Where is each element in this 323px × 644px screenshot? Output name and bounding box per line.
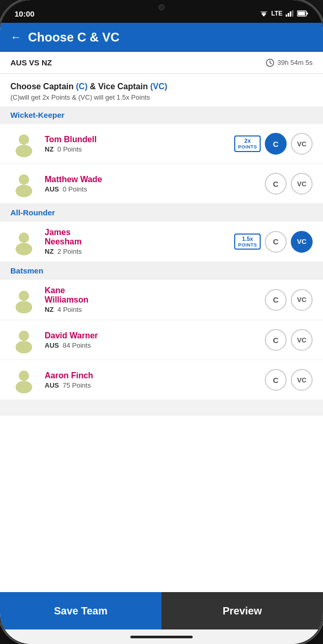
preview-button[interactable]: Preview	[162, 592, 323, 629]
home-indicator	[0, 629, 323, 644]
player-meta-kane-williamson: NZ 4 Points	[45, 306, 258, 313]
status-icons: LTE	[260, 6, 308, 17]
section-header-wicket-keeper: Wicket-Keeper	[0, 106, 323, 124]
section-title-batsmen: Batsmen	[10, 266, 43, 275]
notch	[120, 0, 203, 16]
content-spacer	[0, 400, 323, 416]
section-title-all-rounder: All-Rounder	[10, 208, 55, 217]
vc-button-kane-williamson[interactable]: VC	[291, 289, 313, 311]
svg-point-17	[16, 243, 32, 255]
svg-point-12	[19, 134, 29, 145]
player-name-matthew-wade: Matthew Wade	[45, 175, 258, 184]
player-meta-tom-blundell: NZ 0 Points	[45, 145, 227, 153]
svg-point-16	[19, 232, 29, 243]
avatar-james-neesham	[10, 228, 37, 255]
player-badges-david-warner: C VC	[265, 329, 313, 351]
captain-button-james-neesham[interactable]: C	[265, 231, 287, 253]
player-info-james-neesham: JamesNeesham NZ 2 Points	[45, 228, 227, 255]
player-info-david-warner: David Warner AUS 84 Points	[45, 331, 258, 349]
player-name-james-neesham: JamesNeesham	[45, 228, 227, 246]
vc-button-matthew-wade[interactable]: VC	[291, 173, 313, 195]
vc-button-tom-blundell[interactable]: VC	[291, 133, 313, 155]
svg-point-13	[16, 145, 32, 157]
page-title: Choose C & VC	[28, 30, 119, 45]
player-row-david-warner: David Warner AUS 84 Points C VC	[0, 320, 323, 360]
vc-button-james-neesham[interactable]: VC	[291, 231, 313, 253]
timer-value: 39h 54m 5s	[277, 59, 313, 66]
player-badges-kane-williamson: C VC	[265, 289, 313, 311]
svg-rect-3	[288, 13, 289, 17]
app-header: ← Choose C & VC	[0, 23, 323, 52]
player-meta-james-neesham: NZ 2 Points	[45, 248, 227, 255]
svg-marker-1	[260, 11, 267, 15]
captain-button-david-warner[interactable]: C	[265, 329, 287, 351]
status-time: 10:00	[15, 5, 34, 18]
c-label: (C)	[76, 82, 87, 91]
svg-rect-4	[290, 11, 291, 17]
home-bar	[130, 636, 193, 638]
vc-button-aaron-finch[interactable]: VC	[291, 369, 313, 391]
badge-15x-james-neesham: 1.5x POINTS	[234, 234, 261, 250]
player-row-james-neesham: JamesNeesham NZ 2 Points 1.5x POINTS C V…	[0, 222, 323, 262]
player-meta-aaron-finch: AUS 75 Points	[45, 381, 258, 389]
signal-icon	[286, 10, 294, 17]
player-info-matthew-wade: Matthew Wade AUS 0 Points	[45, 175, 258, 193]
caption-section: Choose Captain (C) & Vice Captain (VC) (…	[0, 74, 323, 106]
avatar-david-warner	[10, 326, 37, 353]
vc-button-david-warner[interactable]: VC	[291, 329, 313, 351]
avatar-aaron-finch	[10, 366, 37, 393]
notch-camera	[158, 4, 165, 10]
svg-point-15	[16, 185, 32, 197]
svg-line-11	[270, 63, 272, 64]
back-button[interactable]: ←	[10, 31, 22, 44]
caption-subtitle: (C)will get 2x Points & (VC) will get 1.…	[10, 93, 313, 101]
vc-label: (VC)	[150, 82, 167, 91]
player-info-kane-williamson: KaneWilliamson NZ 4 Points	[45, 286, 258, 313]
save-team-button[interactable]: Save Team	[0, 592, 162, 629]
svg-rect-2	[286, 15, 287, 17]
player-badges-james-neesham: 1.5x POINTS C VC	[234, 231, 313, 253]
captain-button-tom-blundell[interactable]: C	[265, 133, 287, 155]
player-badges-tom-blundell: 2x POINTS C VC	[234, 133, 313, 155]
player-row-kane-williamson: KaneWilliamson NZ 4 Points C VC	[0, 280, 323, 320]
player-row-tom-blundell: Tom Blundell NZ 0 Points 2x POINTS C VC	[0, 124, 323, 164]
section-header-all-rounder: All-Rounder	[0, 204, 323, 222]
caption-title: Choose Captain (C) & Vice Captain (VC)	[10, 82, 313, 91]
avatar-tom-blundell	[10, 130, 37, 157]
captain-button-kane-williamson[interactable]: C	[265, 289, 287, 311]
svg-point-14	[19, 174, 29, 185]
svg-rect-5	[292, 10, 293, 17]
player-badges-aaron-finch: C VC	[265, 369, 313, 391]
player-name-aaron-finch: Aaron Finch	[45, 371, 258, 380]
player-name-kane-williamson: KaneWilliamson	[45, 286, 258, 305]
player-row-matthew-wade: Matthew Wade AUS 0 Points C VC	[0, 164, 323, 204]
svg-point-22	[19, 371, 29, 381]
wifi-icon	[260, 10, 268, 17]
choose-captain-label: Choose Captain	[10, 82, 74, 91]
player-meta-david-warner: AUS 84 Points	[45, 341, 258, 349]
svg-point-23	[16, 381, 32, 393]
section-header-batsmen: Batsmen	[0, 262, 323, 280]
captain-button-matthew-wade[interactable]: C	[265, 173, 287, 195]
svg-point-21	[16, 341, 32, 353]
player-name-david-warner: David Warner	[45, 331, 258, 340]
section-title-wicket-keeper: Wicket-Keeper	[10, 111, 64, 119]
lte-label: LTE	[271, 10, 282, 17]
match-bar: AUS VS NZ 39h 54m 5s	[0, 52, 323, 74]
svg-point-18	[19, 291, 29, 301]
bottom-bar: Save Team Preview	[0, 592, 323, 629]
svg-rect-7	[306, 12, 308, 15]
captain-button-aaron-finch[interactable]: C	[265, 369, 287, 391]
player-info-tom-blundell: Tom Blundell NZ 0 Points	[45, 135, 227, 153]
phone-screen: 10:00 LTE	[0, 0, 323, 644]
svg-point-20	[19, 331, 29, 341]
battery-icon	[297, 10, 308, 17]
player-info-aaron-finch: Aaron Finch AUS 75 Points	[45, 371, 258, 389]
avatar-matthew-wade	[10, 170, 37, 197]
clock-icon	[266, 59, 274, 67]
match-name: AUS VS NZ	[10, 58, 52, 67]
player-badges-matthew-wade: C VC	[265, 173, 313, 195]
match-timer: 39h 54m 5s	[266, 59, 313, 67]
content-area: Choose Captain (C) & Vice Captain (VC) (…	[0, 74, 323, 592]
svg-point-19	[16, 301, 32, 313]
